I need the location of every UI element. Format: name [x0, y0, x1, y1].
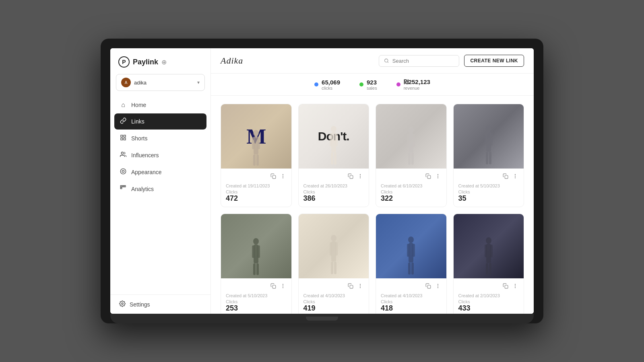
- sales-value: 923: [367, 79, 377, 86]
- svg-rect-38: [408, 153, 411, 165]
- svg-point-61: [282, 284, 283, 285]
- svg-point-33: [360, 177, 361, 178]
- svg-point-64: [331, 235, 336, 241]
- app-name: Paylink: [133, 58, 158, 66]
- card-item[interactable]: Created at 5/10/2023 Clicks 35: [453, 104, 524, 207]
- card-bottom: Created at 5/10/2023 Clicks 253: [221, 278, 291, 314]
- card-item[interactable]: Created at 2/10/2023 Clicks 433: [453, 214, 524, 314]
- card-item[interactable]: Created at 4/10/2023 Clicks 418: [376, 214, 447, 314]
- svg-point-92: [515, 286, 516, 286]
- card-clicks-value: 418: [381, 304, 442, 313]
- brand-logo: Adika: [221, 56, 243, 66]
- stat-revenue: ₪252,123 revenue: [396, 78, 430, 90]
- search-input[interactable]: [392, 58, 454, 64]
- copy-button[interactable]: [270, 282, 277, 291]
- card-clicks-label: Clicks: [226, 299, 287, 304]
- sales-info: 923 sales: [367, 79, 377, 90]
- settings-item[interactable]: Settings: [119, 300, 202, 308]
- more-options-button[interactable]: [357, 173, 364, 181]
- figure-icon: [405, 125, 417, 169]
- svg-rect-49: [489, 152, 491, 164]
- svg-rect-8: [122, 185, 124, 187]
- card-clicks-label: Clicks: [226, 189, 287, 194]
- svg-point-31: [360, 174, 361, 175]
- logo-icon: P: [118, 56, 130, 68]
- copy-button[interactable]: [502, 282, 509, 291]
- svg-rect-67: [335, 242, 338, 256]
- card-date: Created at 5/10/2023: [226, 293, 287, 298]
- create-new-link-button[interactable]: CREATE NEW LINK: [464, 55, 524, 67]
- more-options-button[interactable]: [512, 282, 519, 291]
- svg-point-5: [120, 169, 126, 174]
- svg-rect-66: [330, 242, 332, 256]
- svg-point-82: [437, 286, 438, 286]
- card-date: Created at 2/10/2023: [458, 293, 519, 298]
- card-bottom: Created at 26/10/2023 Clicks 386: [299, 169, 369, 207]
- card-clicks-label: Clicks: [303, 189, 364, 194]
- svg-rect-50: [505, 175, 508, 179]
- card-image: [454, 214, 524, 278]
- card-actions: [458, 173, 519, 181]
- svg-rect-47: [490, 132, 493, 146]
- user-selector[interactable]: A adika ▾: [116, 74, 205, 91]
- copy-button[interactable]: [502, 173, 509, 181]
- cards-area: M: [211, 96, 534, 314]
- stats-bar: 65,069 clicks 923 sales ₪252,123 reven: [211, 74, 534, 96]
- main-nav: ⌂ Home Links: [110, 97, 211, 294]
- sidebar-item-influencers[interactable]: Influencers: [114, 147, 206, 163]
- sales-label: sales: [367, 86, 377, 90]
- copy-button[interactable]: [270, 173, 277, 181]
- user-name: adika: [134, 80, 147, 86]
- svg-rect-57: [258, 245, 260, 258]
- card-item[interactable]: M: [221, 104, 292, 207]
- nav-label-links: Links: [131, 118, 144, 125]
- settings-label: Settings: [130, 301, 150, 308]
- sidebar-item-appearance[interactable]: Appearance: [114, 164, 206, 180]
- more-options-button[interactable]: [434, 173, 442, 181]
- svg-rect-1: [124, 135, 126, 137]
- search-box[interactable]: [379, 55, 459, 67]
- svg-point-14: [253, 130, 259, 136]
- cards-grid: M: [221, 104, 524, 314]
- svg-point-42: [437, 176, 438, 177]
- more-options-button[interactable]: [512, 173, 519, 181]
- settings-icon: [119, 300, 126, 308]
- svg-point-34: [408, 127, 414, 133]
- influencers-icon: [119, 151, 127, 159]
- card-actions: [303, 282, 364, 291]
- svg-rect-48: [486, 152, 488, 164]
- svg-point-62: [282, 286, 283, 286]
- svg-line-13: [388, 62, 388, 62]
- card-date: Created at 4/10/2023: [303, 293, 364, 298]
- copy-button[interactable]: [347, 282, 354, 291]
- card-item[interactable]: Created at 5/10/2023 Clicks 253: [221, 214, 292, 314]
- card-clicks-value: 35: [458, 194, 519, 203]
- svg-point-41: [437, 174, 438, 175]
- copy-button[interactable]: [347, 173, 354, 181]
- sidebar-item-links[interactable]: Links: [114, 113, 206, 130]
- svg-rect-76: [407, 244, 409, 257]
- more-options-button[interactable]: [279, 173, 287, 181]
- sidebar-item-home[interactable]: ⌂ Home: [114, 97, 206, 113]
- card-clicks-label: Clicks: [381, 299, 442, 304]
- svg-rect-0: [121, 135, 123, 137]
- clicks-dot: [314, 82, 318, 86]
- sidebar-item-analytics[interactable]: Analytics: [114, 181, 206, 197]
- sidebar-item-shorts[interactable]: Shorts: [114, 130, 206, 146]
- card-item[interactable]: Created at 4/10/2023 Clicks 419: [298, 214, 369, 314]
- card-item[interactable]: Created at 6/10/2023 Clicks 322: [376, 104, 447, 207]
- copy-button[interactable]: [425, 173, 432, 181]
- figure-icon: [250, 237, 262, 278]
- svg-rect-28: [331, 152, 333, 165]
- more-options-button[interactable]: [279, 282, 287, 291]
- svg-rect-89: [489, 263, 491, 275]
- svg-point-63: [282, 287, 283, 288]
- copy-button[interactable]: [425, 282, 432, 291]
- nav-label-analytics: Analytics: [131, 186, 154, 192]
- more-options-button[interactable]: [357, 282, 364, 291]
- card-clicks-value: 322: [381, 194, 442, 203]
- avatar: A: [121, 78, 131, 87]
- more-options-button[interactable]: [434, 282, 442, 291]
- card-item[interactable]: Don't.: [298, 104, 369, 207]
- card-actions: [381, 173, 442, 181]
